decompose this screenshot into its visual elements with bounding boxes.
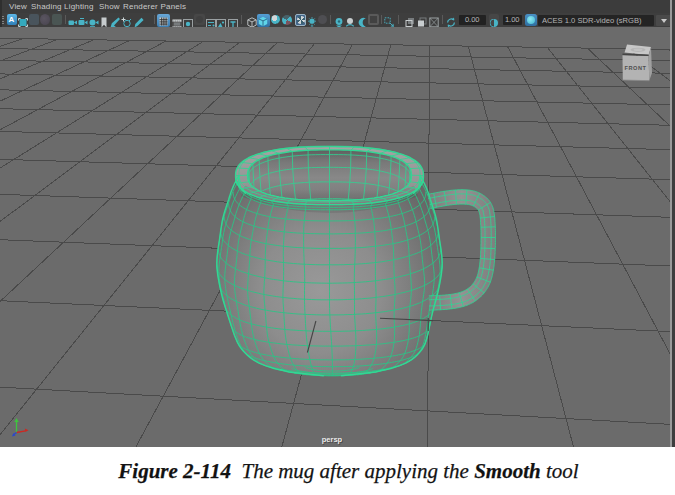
svg-text:FRONT: FRONT — [625, 65, 647, 71]
